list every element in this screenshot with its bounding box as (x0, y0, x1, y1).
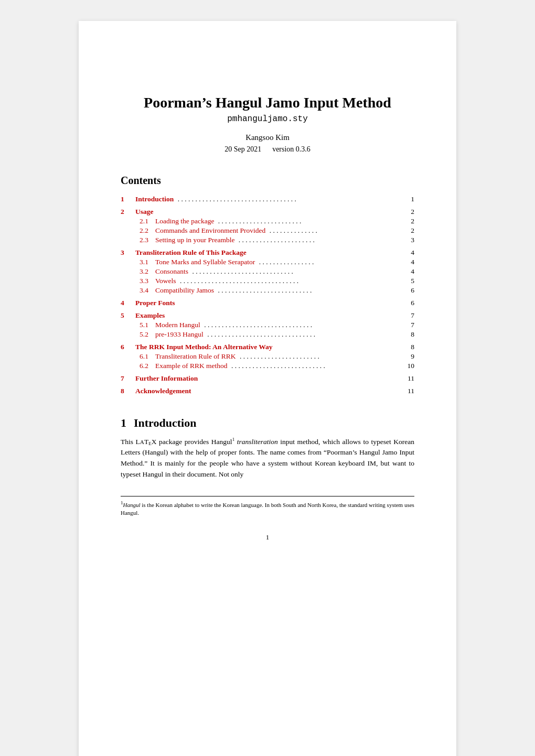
toc-number-6: 6 (121, 343, 135, 351)
toc-dots-3-1: . . . . . . . . . . . . . . . . (257, 258, 402, 266)
toc-label-2-3: Setting up in your Preamble (155, 236, 234, 244)
toc-dots-3-2: . . . . . . . . . . . . . . . . . . . . … (190, 267, 402, 276)
toc-label-3-4: Compatibility Jamos (155, 286, 214, 295)
toc-page-3-3: 5 (404, 277, 414, 285)
toc-group-7: 7 Further Information 11 (121, 374, 414, 383)
toc-page-3-2: 4 (404, 267, 414, 276)
toc-label-1: Introduction (135, 195, 174, 203)
toc-group-4: 4 Proper Fonts 6 (121, 299, 414, 307)
toc-entry-1[interactable]: 1 Introduction . . . . . . . . . . . . .… (121, 195, 414, 203)
toc-number-2-2: 2.2 (140, 226, 155, 235)
toc-entry-5[interactable]: 5 Examples 7 (121, 311, 414, 320)
toc-entry-3-4[interactable]: 3.4 Compatibility Jamos . . . . . . . . … (121, 286, 414, 295)
toc-group-5: 5 Examples 7 5.1 Modern Hangul . . . . .… (121, 311, 414, 339)
toc-label-5: Examples (135, 311, 165, 320)
toc-page-6-1: 9 (404, 352, 414, 361)
toc-entry-2-2[interactable]: 2.2 Commands and Environment Provided . … (121, 226, 414, 235)
toc-page-4: 6 (404, 299, 414, 307)
document-author: Kangsoo Kim (121, 133, 414, 142)
section-1-title: Introduction (134, 416, 196, 430)
toc-entry-3-2[interactable]: 3.2 Consonants . . . . . . . . . . . . .… (121, 267, 414, 276)
page-number: 1 (121, 533, 414, 542)
toc-number-2-3: 2.3 (140, 236, 155, 244)
toc-number-3-1: 3.1 (140, 258, 155, 266)
toc-number-3-2: 3.2 (140, 267, 155, 276)
toc-page-7: 11 (404, 374, 414, 383)
toc-dots-2-2: . . . . . . . . . . . . . . (268, 226, 402, 235)
toc-label-4: Proper Fonts (135, 299, 175, 307)
title-block: Poorman’s Hangul Jamo Input Method pmhan… (121, 94, 414, 154)
contents-heading: Contents (121, 175, 414, 187)
toc-number-6-1: 6.1 (140, 352, 155, 361)
toc-dots-3-4: . . . . . . . . . . . . . . . . . . . . … (216, 286, 402, 295)
toc-number-3: 3 (121, 249, 135, 257)
document-subtitle: pmhanguljamo.sty (121, 114, 414, 124)
toc-entry-3[interactable]: 3 Transliteration Rule of This Package 4 (121, 249, 414, 257)
footnote-area: 1Hangul is the Korean alphabet to write … (121, 496, 414, 517)
toc-number-5-2: 5.2 (140, 330, 155, 339)
section-1-body: This LATEX package provides Hangul1 tran… (121, 436, 414, 480)
toc-entry-5-1[interactable]: 5.1 Modern Hangul . . . . . . . . . . . … (121, 321, 414, 329)
toc-page-5-1: 7 (404, 321, 414, 329)
toc-dots-2-1: . . . . . . . . . . . . . . . . . . . . … (216, 217, 402, 225)
toc-entry-6[interactable]: 6 The RRK Input Method: An Alternative W… (121, 343, 414, 351)
toc-group-1: 1 Introduction . . . . . . . . . . . . .… (121, 195, 414, 203)
toc-dots-5-2: . . . . . . . . . . . . . . . . . . . . … (206, 330, 402, 339)
toc-number-5: 5 (121, 311, 135, 320)
toc-label-8: Acknowledgement (135, 387, 191, 395)
toc-entry-4[interactable]: 4 Proper Fonts 6 (121, 299, 414, 307)
toc-entry-2-1[interactable]: 2.1 Loading the package . . . . . . . . … (121, 217, 414, 225)
toc-number-6-2: 6.2 (140, 362, 155, 370)
toc-group-8: 8 Acknowledgement 11 (121, 387, 414, 395)
document-date: 20 Sep 2021 version 0.3.6 (121, 145, 414, 154)
toc-label-2: Usage (135, 208, 154, 216)
toc-number-1: 1 (121, 195, 135, 203)
toc-label-3-2: Consonants (155, 267, 188, 276)
toc-dots-1: . . . . . . . . . . . . . . . . . . . . … (176, 195, 402, 203)
toc-entry-2-3[interactable]: 2.3 Setting up in your Preamble . . . . … (121, 236, 414, 244)
toc-dots-5-1: . . . . . . . . . . . . . . . . . . . . … (202, 321, 402, 329)
toc-entry-8[interactable]: 8 Acknowledgement 11 (121, 387, 414, 395)
section-1-number: 1 (121, 416, 126, 430)
toc-label-3: Transliteration Rule of This Package (135, 249, 247, 257)
toc-label-3-1: Tone Marks and Syllable Serapator (155, 258, 255, 266)
toc-number-3-3: 3.3 (140, 277, 155, 285)
toc-page-2: 2 (404, 208, 414, 216)
toc-entry-3-1[interactable]: 3.1 Tone Marks and Syllable Serapator . … (121, 258, 414, 266)
toc-page-1: 1 (404, 195, 414, 203)
toc-label-3-3: Vowels (155, 277, 176, 285)
document-title: Poorman’s Hangul Jamo Input Method (121, 94, 414, 111)
toc-dots-6-2: . . . . . . . . . . . . . . . . . . . . … (230, 362, 402, 370)
toc-entry-6-1[interactable]: 6.1 Transliteration Rule of RRK . . . . … (121, 352, 414, 361)
toc-page-6-2: 10 (404, 362, 414, 370)
toc-dots-6-1: . . . . . . . . . . . . . . . . . . . . … (238, 352, 402, 361)
toc-label-7: Further Information (135, 374, 198, 383)
toc-label-5-2: pre-1933 Hangul (155, 330, 204, 339)
toc-page-2-2: 2 (404, 226, 414, 235)
toc-entry-3-3[interactable]: 3.3 Vowels . . . . . . . . . . . . . . .… (121, 277, 414, 285)
toc-group-6: 6 The RRK Input Method: An Alternative W… (121, 343, 414, 370)
toc-entry-5-2[interactable]: 5.2 pre-1933 Hangul . . . . . . . . . . … (121, 330, 414, 339)
toc-page-5: 7 (404, 311, 414, 320)
toc-number-4: 4 (121, 299, 135, 307)
toc-dots-2-3: . . . . . . . . . . . . . . . . . . . . … (237, 236, 402, 244)
toc-label-5-1: Modern Hangul (155, 321, 200, 329)
toc-page-5-2: 8 (404, 330, 414, 339)
section-1-heading: 1 Introduction (121, 416, 414, 430)
toc-page-3-4: 6 (404, 286, 414, 295)
toc-dots-3-3: . . . . . . . . . . . . . . . . . . . . … (178, 277, 402, 285)
toc-group-3: 3 Transliteration Rule of This Package 4… (121, 249, 414, 295)
toc-label-2-1: Loading the package (155, 217, 214, 225)
toc-entry-6-2[interactable]: 6.2 Example of RRK method . . . . . . . … (121, 362, 414, 370)
toc-entry-2[interactable]: 2 Usage 2 (121, 208, 414, 216)
toc-label-6-1: Transliteration Rule of RRK (155, 352, 236, 361)
toc-label-6: The RRK Input Method: An Alternative Way (135, 343, 273, 351)
toc-page-2-3: 3 (404, 236, 414, 244)
document-page: Poorman’s Hangul Jamo Input Method pmhan… (79, 21, 456, 756)
toc-group-2: 2 Usage 2 2.1 Loading the package . . . … (121, 208, 414, 244)
toc-label-6-2: Example of RRK method (155, 362, 228, 370)
toc-entry-7[interactable]: 7 Further Information 11 (121, 374, 414, 383)
table-of-contents: Contents 1 Introduction . . . . . . . . … (121, 175, 414, 395)
toc-number-3-4: 3.4 (140, 286, 155, 295)
toc-page-3: 4 (404, 249, 414, 257)
